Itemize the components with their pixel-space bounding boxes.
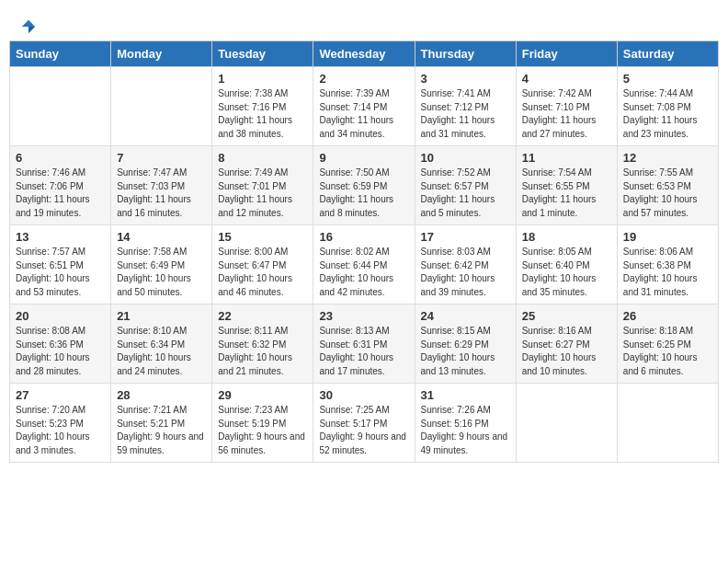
calendar-cell: 15Sunrise: 8:00 AM Sunset: 6:47 PM Dayli… — [212, 225, 313, 304]
day-number: 15 — [218, 230, 307, 244]
svg-marker-1 — [28, 27, 35, 33]
day-number: 19 — [623, 230, 712, 244]
day-info: Sunrise: 7:25 AM Sunset: 5:17 PM Dayligh… — [319, 404, 408, 457]
day-info: Sunrise: 7:38 AM Sunset: 7:16 PM Dayligh… — [218, 87, 307, 141]
day-info: Sunrise: 7:52 AM Sunset: 6:57 PM Dayligh… — [421, 167, 510, 220]
weekday-header-sunday: Sunday — [10, 41, 111, 67]
calendar-cell: 19Sunrise: 8:06 AM Sunset: 6:38 PM Dayli… — [617, 225, 718, 304]
day-number: 6 — [16, 151, 105, 165]
day-info: Sunrise: 8:11 AM Sunset: 6:32 PM Dayligh… — [218, 325, 307, 378]
weekday-header-saturday: Saturday — [617, 41, 718, 67]
day-info: Sunrise: 8:03 AM Sunset: 6:42 PM Dayligh… — [421, 246, 510, 299]
day-number: 31 — [421, 388, 510, 402]
calendar-cell — [617, 384, 718, 463]
calendar-cell: 13Sunrise: 7:57 AM Sunset: 6:51 PM Dayli… — [10, 225, 111, 304]
day-info: Sunrise: 8:06 AM Sunset: 6:38 PM Dayligh… — [623, 246, 712, 299]
weekday-header-tuesday: Tuesday — [212, 41, 313, 67]
day-number: 4 — [522, 72, 611, 86]
day-info: Sunrise: 7:26 AM Sunset: 5:16 PM Dayligh… — [421, 404, 510, 457]
day-number: 28 — [117, 388, 206, 402]
weekday-header-thursday: Thursday — [415, 41, 516, 67]
day-number: 25 — [522, 309, 611, 323]
day-info: Sunrise: 7:55 AM Sunset: 6:53 PM Dayligh… — [623, 167, 712, 220]
day-info: Sunrise: 8:10 AM Sunset: 6:34 PM Dayligh… — [117, 325, 206, 378]
day-number: 14 — [117, 230, 206, 244]
calendar-cell — [111, 67, 212, 146]
calendar-cell: 4Sunrise: 7:42 AM Sunset: 7:10 PM Daylig… — [516, 67, 617, 146]
calendar-cell: 6Sunrise: 7:46 AM Sunset: 7:06 PM Daylig… — [10, 146, 111, 225]
day-number: 16 — [319, 230, 408, 244]
day-number: 2 — [319, 72, 408, 86]
svg-marker-0 — [22, 20, 35, 27]
day-number: 10 — [421, 151, 510, 165]
day-number: 26 — [623, 309, 712, 323]
logo-icon — [20, 18, 37, 35]
day-info: Sunrise: 7:58 AM Sunset: 6:49 PM Dayligh… — [117, 246, 206, 299]
day-info: Sunrise: 7:47 AM Sunset: 7:03 PM Dayligh… — [117, 167, 206, 220]
weekday-header-monday: Monday — [111, 41, 212, 67]
calendar-cell: 29Sunrise: 7:23 AM Sunset: 5:19 PM Dayli… — [212, 384, 313, 463]
day-number: 7 — [117, 151, 206, 165]
calendar-week-row: 13Sunrise: 7:57 AM Sunset: 6:51 PM Dayli… — [10, 225, 719, 304]
day-number: 8 — [218, 151, 307, 165]
day-number: 30 — [319, 388, 408, 402]
day-number: 18 — [522, 230, 611, 244]
day-number: 9 — [319, 151, 408, 165]
calendar-week-row: 1Sunrise: 7:38 AM Sunset: 7:16 PM Daylig… — [10, 67, 719, 146]
calendar-cell: 26Sunrise: 8:18 AM Sunset: 6:25 PM Dayli… — [617, 304, 718, 384]
calendar-cell: 11Sunrise: 7:54 AM Sunset: 6:55 PM Dayli… — [516, 146, 617, 225]
day-number: 17 — [421, 230, 510, 244]
calendar-cell — [10, 67, 111, 146]
calendar-cell: 25Sunrise: 8:16 AM Sunset: 6:27 PM Dayli… — [516, 304, 617, 384]
day-info: Sunrise: 7:41 AM Sunset: 7:12 PM Dayligh… — [421, 87, 510, 141]
calendar-cell — [516, 384, 617, 463]
calendar-cell: 10Sunrise: 7:52 AM Sunset: 6:57 PM Dayli… — [415, 146, 516, 225]
day-info: Sunrise: 7:49 AM Sunset: 7:01 PM Dayligh… — [218, 167, 307, 220]
calendar-cell: 21Sunrise: 8:10 AM Sunset: 6:34 PM Dayli… — [111, 304, 212, 384]
calendar-week-row: 20Sunrise: 8:08 AM Sunset: 6:36 PM Dayli… — [10, 304, 719, 384]
calendar-cell: 23Sunrise: 8:13 AM Sunset: 6:31 PM Dayli… — [313, 304, 415, 384]
day-info: Sunrise: 7:23 AM Sunset: 5:19 PM Dayligh… — [218, 404, 307, 457]
day-info: Sunrise: 8:13 AM Sunset: 6:31 PM Dayligh… — [319, 325, 408, 378]
calendar-cell: 8Sunrise: 7:49 AM Sunset: 7:01 PM Daylig… — [212, 146, 313, 225]
calendar-cell: 31Sunrise: 7:26 AM Sunset: 5:16 PM Dayli… — [415, 384, 516, 463]
day-info: Sunrise: 7:44 AM Sunset: 7:08 PM Dayligh… — [623, 87, 712, 141]
calendar-cell: 22Sunrise: 8:11 AM Sunset: 6:32 PM Dayli… — [212, 304, 313, 384]
day-number: 12 — [623, 151, 712, 165]
weekday-header-row: SundayMondayTuesdayWednesdayThursdayFrid… — [10, 41, 719, 67]
day-number: 29 — [218, 388, 307, 402]
day-number: 3 — [421, 72, 510, 86]
calendar-cell: 16Sunrise: 8:02 AM Sunset: 6:44 PM Dayli… — [313, 225, 415, 304]
calendar-cell: 20Sunrise: 8:08 AM Sunset: 6:36 PM Dayli… — [10, 304, 111, 384]
day-number: 22 — [218, 309, 307, 323]
calendar-cell: 1Sunrise: 7:38 AM Sunset: 7:16 PM Daylig… — [212, 67, 313, 146]
weekday-header-wednesday: Wednesday — [313, 41, 415, 67]
day-number: 1 — [218, 72, 307, 86]
calendar-cell: 5Sunrise: 7:44 AM Sunset: 7:08 PM Daylig… — [617, 67, 718, 146]
day-info: Sunrise: 7:50 AM Sunset: 6:59 PM Dayligh… — [319, 167, 408, 220]
calendar-cell: 28Sunrise: 7:21 AM Sunset: 5:21 PM Dayli… — [111, 384, 212, 463]
calendar-table: SundayMondayTuesdayWednesdayThursdayFrid… — [9, 40, 719, 463]
day-info: Sunrise: 8:05 AM Sunset: 6:40 PM Dayligh… — [522, 246, 611, 299]
calendar-cell: 18Sunrise: 8:05 AM Sunset: 6:40 PM Dayli… — [516, 225, 617, 304]
day-info: Sunrise: 7:57 AM Sunset: 6:51 PM Dayligh… — [16, 246, 105, 299]
calendar-cell: 30Sunrise: 7:25 AM Sunset: 5:17 PM Dayli… — [313, 384, 415, 463]
calendar-cell: 27Sunrise: 7:20 AM Sunset: 5:23 PM Dayli… — [10, 384, 111, 463]
day-info: Sunrise: 7:42 AM Sunset: 7:10 PM Dayligh… — [522, 87, 611, 141]
weekday-header-friday: Friday — [516, 41, 617, 67]
calendar-cell: 9Sunrise: 7:50 AM Sunset: 6:59 PM Daylig… — [313, 146, 415, 225]
day-info: Sunrise: 8:02 AM Sunset: 6:44 PM Dayligh… — [319, 246, 408, 299]
day-number: 23 — [319, 309, 408, 323]
page-header — [9, 9, 719, 36]
day-info: Sunrise: 8:00 AM Sunset: 6:47 PM Dayligh… — [218, 246, 307, 299]
day-info: Sunrise: 7:21 AM Sunset: 5:21 PM Dayligh… — [117, 404, 206, 457]
day-number: 13 — [16, 230, 105, 244]
logo — [18, 18, 37, 31]
calendar-cell: 7Sunrise: 7:47 AM Sunset: 7:03 PM Daylig… — [111, 146, 212, 225]
calendar-week-row: 6Sunrise: 7:46 AM Sunset: 7:06 PM Daylig… — [10, 146, 719, 225]
day-number: 20 — [16, 309, 105, 323]
calendar-cell: 24Sunrise: 8:15 AM Sunset: 6:29 PM Dayli… — [415, 304, 516, 384]
calendar-cell: 3Sunrise: 7:41 AM Sunset: 7:12 PM Daylig… — [415, 67, 516, 146]
day-info: Sunrise: 8:18 AM Sunset: 6:25 PM Dayligh… — [623, 325, 712, 378]
calendar-week-row: 27Sunrise: 7:20 AM Sunset: 5:23 PM Dayli… — [10, 384, 719, 463]
